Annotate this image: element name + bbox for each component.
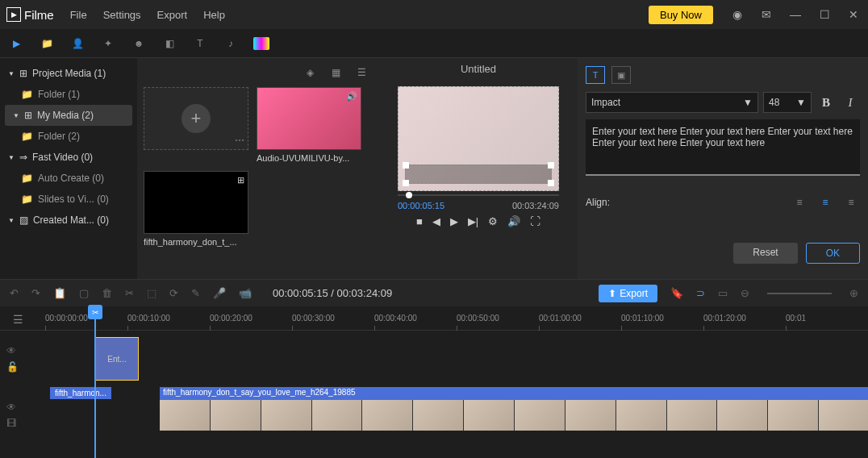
menu-settings[interactable]: Settings bbox=[103, 9, 141, 21]
duration-time: 00:03:24:09 bbox=[512, 201, 559, 210]
audio-tool-icon[interactable]: ♪ bbox=[223, 35, 239, 52]
sidebar-project-media[interactable]: ▼ ⊞ Project Media (1) bbox=[0, 63, 137, 84]
lock-icon[interactable]: 🔓 bbox=[6, 361, 19, 373]
font-family-select[interactable]: Impact▼ bbox=[586, 92, 758, 113]
effects-icon[interactable]: ✦ bbox=[100, 35, 116, 52]
sidebar-slides[interactable]: 📁 Slides to Vi... (0) bbox=[0, 189, 137, 210]
more-icon[interactable]: ⋯ bbox=[235, 135, 244, 146]
text-tab[interactable]: T bbox=[586, 66, 605, 84]
media-panel: ◈ ▦ ☰ +⋯ 🔊 Audio-UVUMILIVU-by... ⊞ fifth… bbox=[137, 58, 379, 279]
redo-icon[interactable]: ↷ bbox=[31, 287, 40, 299]
text-overlay-box[interactable] bbox=[405, 164, 552, 184]
account-icon[interactable]: ◉ bbox=[729, 6, 745, 23]
video-clip-long[interactable]: fifth_harmony_don_t_say_you_love_me_h264… bbox=[160, 387, 868, 431]
marker-icon[interactable]: ✎ bbox=[191, 287, 200, 299]
minimize-icon[interactable]: — bbox=[787, 6, 803, 23]
preview-scrubber[interactable] bbox=[398, 194, 559, 196]
eye-icon[interactable]: 👁 bbox=[6, 345, 19, 356]
menu-help[interactable]: Help bbox=[203, 9, 225, 21]
sidebar-folder-2[interactable]: 📁 Folder (2) bbox=[0, 126, 137, 147]
menu-file[interactable]: File bbox=[70, 9, 87, 21]
timeline-ruler[interactable]: ☰ 00:00:00:00 00:00:10:00 00:00:20:00 00… bbox=[0, 306, 868, 331]
text-tool-icon[interactable]: T bbox=[192, 35, 208, 52]
menu-export[interactable]: Export bbox=[157, 9, 188, 21]
add-media-card[interactable]: +⋯ bbox=[144, 87, 248, 163]
paste-icon[interactable]: ▢ bbox=[79, 287, 89, 299]
tag-icon[interactable]: 🔖 bbox=[670, 287, 683, 299]
speed-icon[interactable]: ⟳ bbox=[169, 287, 178, 299]
app-name: Filme bbox=[24, 8, 54, 22]
logo-icon: ▶ bbox=[6, 7, 21, 22]
text-track[interactable]: 👁🔓 Ent... bbox=[39, 331, 868, 387]
playhead[interactable] bbox=[94, 306, 96, 458]
volume-icon[interactable]: 🔊 bbox=[507, 215, 520, 227]
crop-icon[interactable]: ⬚ bbox=[147, 287, 156, 299]
copy-icon[interactable]: 📋 bbox=[53, 287, 66, 299]
stop-icon[interactable]: ■ bbox=[416, 215, 423, 227]
snap-icon[interactable]: ⊃ bbox=[696, 287, 705, 299]
app-logo: ▶ Filme bbox=[6, 7, 54, 22]
media-tab-icon[interactable]: ▶ bbox=[8, 35, 24, 52]
camera-icon[interactable]: 📹 bbox=[239, 287, 252, 299]
video-track[interactable]: 👁🎞 fifth_harmon... fifth_harmony_don_t_s… bbox=[39, 387, 868, 443]
split-icon[interactable]: ✂ bbox=[125, 287, 134, 299]
close-icon[interactable]: ✕ bbox=[845, 6, 862, 23]
sidebar-folder-1[interactable]: 📁 Folder (1) bbox=[0, 84, 137, 105]
folder-icon[interactable]: 📁 bbox=[39, 35, 55, 52]
sticker-icon[interactable]: ☻ bbox=[131, 35, 147, 52]
fullscreen-icon[interactable]: ⛶ bbox=[530, 215, 540, 227]
undo-icon[interactable]: ↶ bbox=[10, 287, 19, 299]
sidebar-my-media[interactable]: ▼ ⊞ My Media (2) bbox=[5, 105, 132, 126]
track-menu-icon[interactable]: ☰ bbox=[13, 313, 23, 326]
media-item-video[interactable]: ⊞ fifth_harmony_don_t_... bbox=[144, 171, 248, 247]
ok-button[interactable]: OK bbox=[806, 243, 860, 264]
text-properties-panel: T ▣ Impact▼ 48▼ B I Enter your text here… bbox=[578, 58, 868, 279]
style-tab[interactable]: ▣ bbox=[611, 66, 631, 84]
zoom-out-icon[interactable]: ⊖ bbox=[741, 287, 749, 299]
font-size-select[interactable]: 48▼ bbox=[763, 92, 812, 113]
zoom-slider[interactable] bbox=[767, 293, 832, 294]
buy-now-button[interactable]: Buy Now bbox=[649, 6, 713, 24]
export-button[interactable]: ⬆ Export bbox=[599, 285, 657, 302]
mail-icon[interactable]: ✉ bbox=[758, 6, 774, 23]
film-track-icon[interactable]: 🎞 bbox=[6, 418, 16, 429]
play-icon[interactable]: ▶ bbox=[450, 215, 458, 227]
person-icon[interactable]: 👤 bbox=[69, 35, 86, 52]
zoom-in-icon[interactable]: ⊕ bbox=[849, 287, 858, 299]
preview-video[interactable] bbox=[398, 86, 559, 191]
sidebar-created-mat[interactable]: ▼ ▨ Created Mat... (0) bbox=[0, 210, 137, 231]
layers-icon[interactable]: ◈ bbox=[302, 65, 318, 81]
list-view-icon[interactable]: ☰ bbox=[353, 65, 369, 81]
sidebar-fast-video[interactable]: ▼ ⇒ Fast Video (0) bbox=[0, 147, 137, 168]
timeline-toolbar: ↶ ↷ 📋 ▢ 🗑 ✂ ⬚ ⟳ ✎ 🎤 📹 00:00:05:15 / 00:0… bbox=[0, 279, 868, 306]
main-menu: File Settings Export Help bbox=[70, 9, 225, 21]
align-left-icon[interactable]: ≡ bbox=[791, 194, 808, 210]
fit-icon[interactable]: ▭ bbox=[718, 287, 728, 299]
title-bar: ▶ Filme File Settings Export Help Buy No… bbox=[0, 0, 868, 29]
project-title: Untitled bbox=[461, 58, 496, 80]
prev-icon[interactable]: ◀ bbox=[432, 215, 440, 227]
text-content-input[interactable]: Enter your text here Enter your text her… bbox=[586, 119, 860, 176]
media-item-audio[interactable]: 🔊 Audio-UVUMILIVU-by... bbox=[257, 87, 361, 163]
align-right-icon[interactable]: ≡ bbox=[842, 194, 860, 210]
italic-button[interactable]: I bbox=[841, 92, 860, 113]
settings-icon[interactable]: ⚙ bbox=[488, 215, 498, 227]
next-icon[interactable]: ▶| bbox=[468, 215, 478, 227]
text-clip[interactable]: Ent... bbox=[95, 337, 139, 381]
voiceover-icon[interactable]: 🎤 bbox=[213, 287, 226, 299]
delete-icon[interactable]: 🗑 bbox=[102, 287, 112, 299]
transition-icon[interactable]: ◧ bbox=[161, 35, 177, 52]
eye-icon[interactable]: 👁 bbox=[6, 402, 16, 413]
preview-panel: Untitled 00:00:05:15 00:03:24:09 ■ ◀ ▶ ▶… bbox=[379, 58, 578, 279]
tool-iconbar: ▶ 📁 👤 ✦ ☻ ◧ T ♪ bbox=[0, 29, 868, 58]
align-center-icon[interactable]: ≡ bbox=[816, 194, 834, 210]
grid-view-icon[interactable]: ▦ bbox=[328, 65, 344, 81]
reset-button[interactable]: Reset bbox=[733, 243, 797, 264]
sidebar-auto-create[interactable]: 📁 Auto Create (0) bbox=[0, 168, 137, 189]
maximize-icon[interactable]: ☐ bbox=[816, 6, 833, 23]
video-clip-short[interactable]: fifth_harmon... bbox=[50, 387, 111, 399]
film-icon: ⊞ bbox=[237, 175, 244, 185]
bold-button[interactable]: B bbox=[816, 92, 836, 113]
color-tool-icon[interactable] bbox=[253, 35, 269, 52]
sound-icon: 🔊 bbox=[346, 91, 357, 102]
